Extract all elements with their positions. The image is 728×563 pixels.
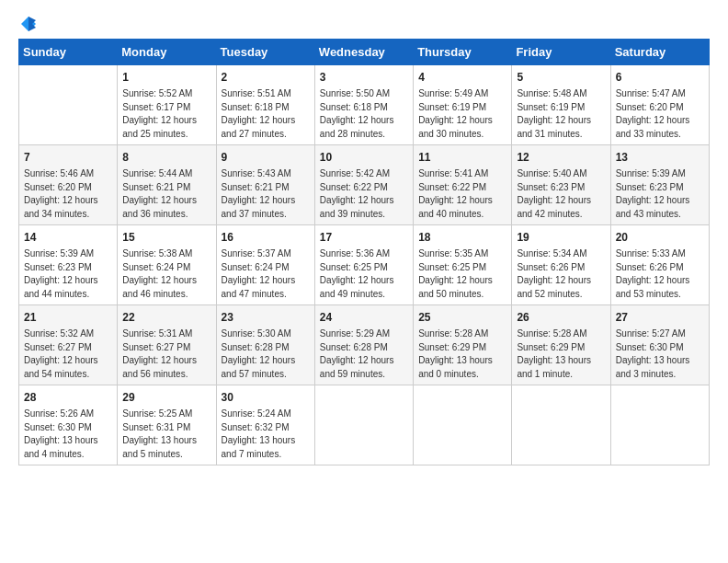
calendar-cell: 6Sunrise: 5:47 AM Sunset: 6:20 PM Daylig…: [610, 65, 709, 145]
day-number: 5: [517, 69, 605, 86]
cell-content: Sunrise: 5:35 AM Sunset: 6:25 PM Dayligh…: [418, 247, 506, 301]
cell-content: Sunrise: 5:52 AM Sunset: 6:17 PM Dayligh…: [122, 87, 210, 141]
calendar-header-row: SundayMondayTuesdayWednesdayThursdayFrid…: [19, 40, 710, 65]
cell-content: Sunrise: 5:47 AM Sunset: 6:20 PM Dayligh…: [616, 87, 704, 141]
cell-content: Sunrise: 5:42 AM Sunset: 6:22 PM Dayligh…: [320, 167, 408, 221]
day-number: 16: [222, 229, 310, 246]
calendar-cell: [19, 65, 118, 145]
calendar-cell: 28Sunrise: 5:26 AM Sunset: 6:30 PM Dayli…: [19, 385, 118, 465]
calendar-week-row: 1Sunrise: 5:52 AM Sunset: 6:17 PM Daylig…: [19, 65, 710, 145]
calendar-cell: 10Sunrise: 5:42 AM Sunset: 6:22 PM Dayli…: [314, 145, 413, 225]
calendar-cell: 3Sunrise: 5:50 AM Sunset: 6:18 PM Daylig…: [314, 65, 413, 145]
cell-content: Sunrise: 5:41 AM Sunset: 6:22 PM Dayligh…: [418, 167, 506, 221]
cell-content: Sunrise: 5:31 AM Sunset: 6:27 PM Dayligh…: [122, 327, 210, 381]
calendar-cell: 5Sunrise: 5:48 AM Sunset: 6:19 PM Daylig…: [512, 65, 610, 145]
day-number: 13: [616, 149, 704, 166]
day-number: 22: [122, 309, 210, 326]
cell-content: Sunrise: 5:32 AM Sunset: 6:27 PM Dayligh…: [24, 327, 112, 381]
calendar-cell: 15Sunrise: 5:38 AM Sunset: 6:24 PM Dayli…: [118, 225, 216, 305]
calendar-cell: [512, 385, 610, 465]
cell-content: Sunrise: 5:26 AM Sunset: 6:30 PM Dayligh…: [24, 408, 112, 461]
calendar-week-row: 7Sunrise: 5:46 AM Sunset: 6:20 PM Daylig…: [19, 145, 710, 225]
calendar-cell: 25Sunrise: 5:28 AM Sunset: 6:29 PM Dayli…: [414, 305, 512, 385]
cell-content: Sunrise: 5:30 AM Sunset: 6:28 PM Dayligh…: [222, 327, 310, 381]
column-header-sunday: Sunday: [19, 40, 118, 65]
calendar-cell: 21Sunrise: 5:32 AM Sunset: 6:27 PM Dayli…: [19, 305, 118, 385]
calendar-cell: 8Sunrise: 5:44 AM Sunset: 6:21 PM Daylig…: [118, 145, 216, 225]
cell-content: Sunrise: 5:29 AM Sunset: 6:28 PM Dayligh…: [320, 327, 408, 381]
day-number: 19: [517, 229, 605, 246]
cell-content: Sunrise: 5:40 AM Sunset: 6:23 PM Dayligh…: [517, 167, 605, 221]
logo-icon: [19, 15, 38, 33]
cell-content: Sunrise: 5:25 AM Sunset: 6:31 PM Dayligh…: [122, 408, 210, 461]
logo: [18, 18, 38, 29]
day-number: 28: [24, 389, 112, 406]
cell-content: Sunrise: 5:51 AM Sunset: 6:18 PM Dayligh…: [222, 87, 310, 141]
calendar-cell: [610, 385, 709, 465]
day-number: 1: [122, 69, 210, 86]
day-number: 3: [320, 69, 408, 86]
calendar-cell: 26Sunrise: 5:28 AM Sunset: 6:29 PM Dayli…: [512, 305, 610, 385]
page-header: [18, 18, 710, 29]
day-number: 8: [122, 149, 210, 166]
day-number: 4: [418, 69, 506, 86]
day-number: 27: [616, 309, 704, 326]
calendar-cell: 14Sunrise: 5:39 AM Sunset: 6:23 PM Dayli…: [19, 225, 118, 305]
calendar-cell: 11Sunrise: 5:41 AM Sunset: 6:22 PM Dayli…: [414, 145, 512, 225]
calendar-cell: 1Sunrise: 5:52 AM Sunset: 6:17 PM Daylig…: [118, 65, 216, 145]
cell-content: Sunrise: 5:48 AM Sunset: 6:19 PM Dayligh…: [517, 87, 605, 141]
column-header-tuesday: Tuesday: [216, 40, 314, 65]
day-number: 29: [122, 389, 210, 406]
cell-content: Sunrise: 5:28 AM Sunset: 6:29 PM Dayligh…: [517, 327, 605, 381]
calendar-table: SundayMondayTuesdayWednesdayThursdayFrid…: [18, 39, 710, 465]
cell-content: Sunrise: 5:50 AM Sunset: 6:18 PM Dayligh…: [320, 87, 408, 141]
day-number: 2: [222, 69, 310, 86]
cell-content: Sunrise: 5:27 AM Sunset: 6:30 PM Dayligh…: [616, 327, 704, 381]
calendar-cell: 20Sunrise: 5:33 AM Sunset: 6:26 PM Dayli…: [610, 225, 709, 305]
day-number: 7: [24, 149, 112, 166]
day-number: 17: [320, 229, 408, 246]
day-number: 23: [222, 309, 310, 326]
cell-content: Sunrise: 5:24 AM Sunset: 6:32 PM Dayligh…: [222, 408, 310, 461]
calendar-cell: 18Sunrise: 5:35 AM Sunset: 6:25 PM Dayli…: [414, 225, 512, 305]
cell-content: Sunrise: 5:44 AM Sunset: 6:21 PM Dayligh…: [122, 167, 210, 221]
day-number: 20: [616, 229, 704, 246]
calendar-cell: 29Sunrise: 5:25 AM Sunset: 6:31 PM Dayli…: [118, 385, 216, 465]
cell-content: Sunrise: 5:37 AM Sunset: 6:24 PM Dayligh…: [222, 247, 310, 301]
calendar-cell: 23Sunrise: 5:30 AM Sunset: 6:28 PM Dayli…: [216, 305, 314, 385]
calendar-cell: 24Sunrise: 5:29 AM Sunset: 6:28 PM Dayli…: [314, 305, 413, 385]
day-number: 6: [616, 69, 704, 86]
calendar-cell: 22Sunrise: 5:31 AM Sunset: 6:27 PM Dayli…: [118, 305, 216, 385]
day-number: 21: [24, 309, 112, 326]
day-number: 10: [320, 149, 408, 166]
day-number: 15: [122, 229, 210, 246]
calendar-cell: 13Sunrise: 5:39 AM Sunset: 6:23 PM Dayli…: [610, 145, 709, 225]
cell-content: Sunrise: 5:49 AM Sunset: 6:19 PM Dayligh…: [418, 87, 506, 141]
day-number: 30: [222, 389, 310, 406]
column-header-wednesday: Wednesday: [314, 40, 413, 65]
calendar-cell: 4Sunrise: 5:49 AM Sunset: 6:19 PM Daylig…: [414, 65, 512, 145]
calendar-cell: 2Sunrise: 5:51 AM Sunset: 6:18 PM Daylig…: [216, 65, 314, 145]
calendar-week-row: 21Sunrise: 5:32 AM Sunset: 6:27 PM Dayli…: [19, 305, 710, 385]
cell-content: Sunrise: 5:43 AM Sunset: 6:21 PM Dayligh…: [222, 167, 310, 221]
day-number: 14: [24, 229, 112, 246]
day-number: 18: [418, 229, 506, 246]
column-header-monday: Monday: [118, 40, 216, 65]
calendar-cell: 30Sunrise: 5:24 AM Sunset: 6:32 PM Dayli…: [216, 385, 314, 465]
column-header-thursday: Thursday: [414, 40, 512, 65]
calendar-cell: [414, 385, 512, 465]
cell-content: Sunrise: 5:38 AM Sunset: 6:24 PM Dayligh…: [122, 247, 210, 301]
calendar-cell: [314, 385, 413, 465]
column-header-friday: Friday: [512, 40, 610, 65]
calendar-cell: 19Sunrise: 5:34 AM Sunset: 6:26 PM Dayli…: [512, 225, 610, 305]
day-number: 12: [517, 149, 605, 166]
day-number: 25: [418, 309, 506, 326]
day-number: 9: [222, 149, 310, 166]
calendar-cell: 27Sunrise: 5:27 AM Sunset: 6:30 PM Dayli…: [610, 305, 709, 385]
calendar-cell: 7Sunrise: 5:46 AM Sunset: 6:20 PM Daylig…: [19, 145, 118, 225]
day-number: 26: [517, 309, 605, 326]
calendar-cell: 12Sunrise: 5:40 AM Sunset: 6:23 PM Dayli…: [512, 145, 610, 225]
calendar-cell: 9Sunrise: 5:43 AM Sunset: 6:21 PM Daylig…: [216, 145, 314, 225]
calendar-cell: 16Sunrise: 5:37 AM Sunset: 6:24 PM Dayli…: [216, 225, 314, 305]
cell-content: Sunrise: 5:36 AM Sunset: 6:25 PM Dayligh…: [320, 247, 408, 301]
